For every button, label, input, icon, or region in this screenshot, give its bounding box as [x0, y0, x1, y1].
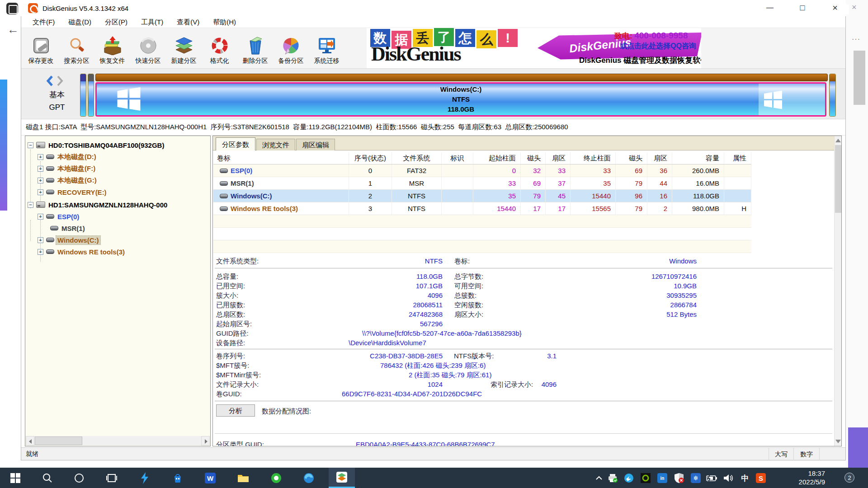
- partition-bar-re-tools[interactable]: [829, 74, 836, 117]
- format-button[interactable]: 格式化: [202, 30, 237, 67]
- system-migration-button[interactable]: 系统迁移: [309, 30, 344, 67]
- file-explorer-icon[interactable]: [236, 471, 250, 485]
- save-changes-button[interactable]: 保存更改: [23, 30, 59, 67]
- background-scrollbar-thumb[interactable]: [854, 51, 865, 105]
- table-header-row: 卷标 序号(状态) 文件系统 标识 起始柱面 磁头 扇区 终止柱面 磁头 扇区 …: [213, 152, 751, 164]
- table-row-msr[interactable]: MSR(1) 1 MSR 33 69 37 35 79 44 16.0MB: [213, 177, 751, 190]
- expand-icon[interactable]: [38, 189, 43, 195]
- expand-icon[interactable]: [38, 214, 43, 220]
- tray-printer-icon[interactable]: [606, 471, 619, 485]
- task-view-icon[interactable]: [105, 471, 118, 485]
- ad-qq-link[interactable]: 或点击此处选择QQ咨询: [620, 42, 696, 51]
- scrollbar-thumb[interactable]: [835, 145, 841, 213]
- next-disk-icon[interactable]: [56, 75, 64, 89]
- backup-partition-button[interactable]: 备份分区: [273, 30, 309, 67]
- tree-item-hd1[interactable]: HD1:SAMSUNGMZNLN128HAHQ-000: [28, 199, 167, 210]
- window-title: DiskGenius V5.4.3.1342 x64: [42, 5, 128, 12]
- tree-item-esp[interactable]: ESP(0): [38, 211, 79, 222]
- disk-style-label: 基本: [42, 89, 72, 100]
- tray-intel-graphics-icon[interactable]: in: [656, 471, 669, 485]
- partition-table: 卷标 序号(状态) 文件系统 标识 起始柱面 磁头 扇区 终止柱面 磁头 扇区 …: [213, 152, 835, 253]
- new-partition-button[interactable]: 新建分区: [166, 30, 202, 67]
- tree-item-local-d[interactable]: 本地磁盘(D:): [38, 151, 96, 162]
- menu-file[interactable]: 文件(F): [26, 16, 61, 28]
- tray-volume-icon[interactable]: [722, 471, 735, 485]
- menu-partition[interactable]: 分区(P): [98, 16, 134, 28]
- expand-icon[interactable]: [38, 178, 43, 183]
- table-row-empty: [213, 240, 751, 253]
- expand-icon[interactable]: [38, 249, 43, 255]
- ad-banner[interactable]: 数 据 丢 了 怎 么 ! DiskGenius DiskGenius 致电: …: [367, 28, 701, 68]
- partition-icon: [46, 190, 54, 194]
- tree-item-local-f[interactable]: 本地磁盘(F:): [38, 163, 95, 174]
- browser-360-icon[interactable]: [269, 471, 283, 485]
- status-bar: 就绪 大写 数字: [21, 447, 845, 460]
- expand-icon[interactable]: [38, 166, 43, 172]
- tree-item-hd0[interactable]: HD0:TOSHIBAMQ04ABF100(932GB): [28, 140, 164, 150]
- panel-vertical-scrollbar[interactable]: [834, 136, 841, 446]
- diskgenius-logo-icon: [28, 3, 38, 13]
- pie-icon: [281, 36, 302, 56]
- tray-chevron-icon[interactable]: [592, 471, 606, 485]
- maximize-button[interactable]: [792, 0, 813, 15]
- minimize-button[interactable]: [760, 0, 780, 15]
- start-button[interactable]: [9, 471, 22, 485]
- scroll-left-icon[interactable]: [26, 436, 34, 446]
- background-close-icon[interactable]: [852, 3, 857, 12]
- menu-disk[interactable]: 磁盘(D): [61, 16, 98, 28]
- scroll-down-icon[interactable]: [835, 440, 841, 443]
- expand-icon[interactable]: [38, 237, 43, 243]
- scrollbar-thumb[interactable]: [35, 436, 82, 445]
- taskbar-search-icon[interactable]: [41, 471, 54, 485]
- recover-files-button[interactable]: 恢复文件: [94, 30, 130, 67]
- background-more-icon[interactable]: [852, 35, 860, 43]
- partition-bar-msr[interactable]: [88, 74, 94, 117]
- quick-partition-button[interactable]: 快速分区: [130, 30, 166, 67]
- background-window-left: [0, 0, 21, 468]
- collapse-icon[interactable]: [28, 202, 33, 208]
- tree-item-local-g[interactable]: 本地磁盘(G:): [38, 175, 97, 186]
- notification-center-icon[interactable]: [837, 5, 849, 14]
- microsoft-store-icon[interactable]: [171, 471, 184, 485]
- menu-help[interactable]: 帮助(H): [206, 16, 243, 28]
- tree-item-windows-c[interactable]: Windows(C:): [38, 235, 100, 245]
- menu-tools[interactable]: 工具(T): [134, 16, 170, 28]
- back-arrow-icon[interactable]: [7, 23, 19, 37]
- partition-bar-esp[interactable]: [80, 74, 86, 117]
- search-partition-button[interactable]: 搜索分区: [59, 30, 94, 67]
- word-icon[interactable]: W: [203, 471, 217, 485]
- tab-sector-edit[interactable]: 扇区编辑: [296, 139, 335, 150]
- menu-view[interactable]: 查看(V): [170, 16, 206, 28]
- expand-icon[interactable]: [38, 154, 43, 160]
- diskgenius-taskbar-icon[interactable]: [329, 468, 355, 488]
- tree-item-windows-re[interactable]: Windows RE tools(3): [38, 246, 125, 257]
- pinned-app-lightning-icon[interactable]: [138, 471, 151, 485]
- tray-nvidia-icon[interactable]: [639, 471, 652, 485]
- delete-partition-button[interactable]: 删除分区: [237, 30, 273, 67]
- tree-item-msr[interactable]: MSR(1): [47, 223, 85, 234]
- taskbar-clock[interactable]: 18:37 2022/5/9: [782, 469, 825, 486]
- edge-icon[interactable]: [302, 471, 316, 485]
- partition-bar-windows-c[interactable]: Windows(C:) NTFS 118.0GB: [95, 82, 826, 117]
- tab-partition-params[interactable]: 分区参数: [216, 137, 255, 150]
- scroll-right-icon[interactable]: [201, 436, 210, 446]
- ad-wordmark: DiskGenius: [371, 42, 461, 66]
- table-row-windows-c-selected[interactable]: Windows(C:) 2 NTFS 35 79 45 15440 96 16 …: [213, 190, 751, 202]
- tree-horizontal-scrollbar[interactable]: [26, 436, 210, 446]
- tray-messenger-icon[interactable]: [622, 471, 636, 485]
- tree-item-recovery-e[interactable]: RECOVERY(E:): [38, 187, 107, 197]
- tab-browse-files[interactable]: 浏览文件: [256, 139, 295, 150]
- scroll-up-icon[interactable]: [835, 139, 841, 142]
- tray-snowflake-icon[interactable]: ❄: [689, 471, 703, 485]
- tray-sogou-icon[interactable]: S: [754, 471, 768, 485]
- tray-ime-indicator[interactable]: 中: [738, 471, 752, 485]
- table-row-esp[interactable]: ESP(0) 0 FAT32 0 32 33 33 69 36 260.0MB: [213, 164, 751, 177]
- analyze-button[interactable]: 分析: [216, 404, 255, 417]
- tray-battery-icon[interactable]: [705, 471, 719, 485]
- tray-defender-icon[interactable]: [672, 471, 686, 485]
- collapse-icon[interactable]: [28, 142, 33, 148]
- prev-disk-icon[interactable]: [46, 75, 54, 89]
- table-row-windows-re[interactable]: Windows RE tools(3) 3 NTFS 15440 17 17 1…: [213, 202, 751, 215]
- cortana-icon[interactable]: [72, 471, 86, 485]
- partition-icon: [220, 181, 228, 186]
